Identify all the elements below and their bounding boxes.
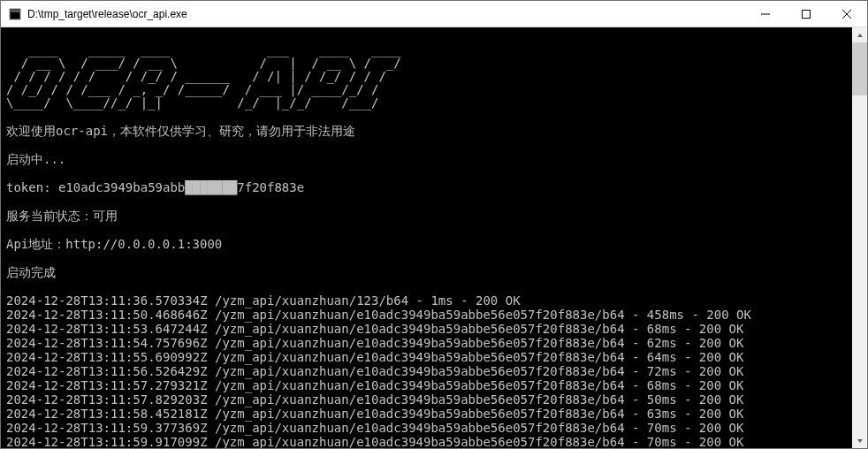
scrollbar-up-button[interactable] [852,27,867,42]
log-line: 2024-12-28T13:11:53.647244Z /yzm_api/xua… [6,322,849,336]
api-address-line: Api地址：http://0.0.0.0.1:3000 [6,237,849,251]
window-title: D:\tmp_target\release\ocr_api.exe [27,8,745,20]
window-controls [745,1,867,27]
app-icon [8,7,22,21]
log-line: 2024-12-28T13:11:57.279321Z /yzm_api/xua… [6,378,849,392]
token-line: token: e10adc3949ba59abb███████7f20f883e [6,180,849,194]
startup-done-line: 启动完成 [6,265,849,279]
log-line: 2024-12-28T13:11:36.570334Z /yzm_api/xua… [6,293,849,308]
status-line: 服务当前状态：可用 [6,209,849,223]
svg-rect-1 [11,10,19,12]
minimize-button[interactable] [745,1,786,27]
vertical-scrollbar[interactable] [852,27,867,448]
titlebar[interactable]: D:\tmp_target\release\ocr_api.exe [1,1,867,27]
log-line: 2024-12-28T13:11:50.468646Z /yzm_api/xua… [6,308,849,322]
console-area: ____ _____ ____ ___ ____ ____ / __ \ / _… [1,27,867,448]
close-button[interactable] [826,1,867,27]
app-window: D:\tmp_target\release\ocr_api.exe ____ _… [0,0,868,449]
log-line: 2024-12-28T13:11:54.757696Z /yzm_api/xua… [6,336,849,350]
scrollbar-down-button[interactable] [852,433,867,448]
log-line: 2024-12-28T13:11:55.690992Z /yzm_api/xua… [6,350,849,364]
welcome-line: 欢迎使用ocr-api，本软件仅供学习、研究，请勿用于非法用途 [6,124,849,138]
starting-line: 启动中... [6,152,849,166]
log-line: 2024-12-28T13:11:56.526429Z /yzm_api/xua… [6,364,849,378]
log-line: 2024-12-28T13:11:57.829203Z /yzm_api/xua… [6,392,849,407]
log-line: 2024-12-28T13:11:59.917099Z /yzm_api/xua… [6,435,849,448]
scrollbar-thumb[interactable] [852,42,867,95]
log-line: 2024-12-28T13:11:59.377369Z /yzm_api/xua… [6,421,849,435]
svg-marker-6 [857,34,863,37]
svg-rect-3 [803,10,811,18]
maximize-button[interactable] [786,1,826,27]
log-lines: 2024-12-28T13:11:36.570334Z /yzm_api/xua… [6,293,849,448]
console-output[interactable]: ____ _____ ____ ___ ____ ____ / __ \ / _… [1,27,852,448]
log-line: 2024-12-28T13:11:58.452181Z /yzm_api/xua… [6,407,849,421]
ascii-logo: ____ _____ ____ ___ ____ ____ / __ \ / _… [6,43,849,110]
svg-marker-7 [857,439,863,443]
